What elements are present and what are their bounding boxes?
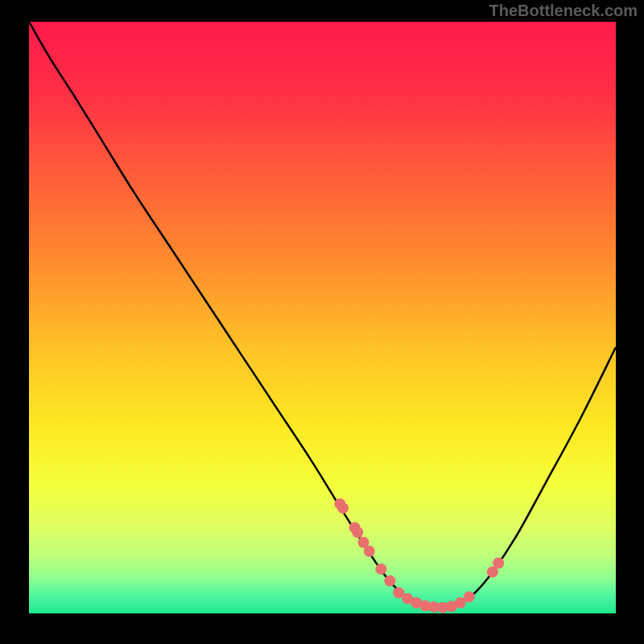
data-marker (464, 591, 475, 602)
data-marker (352, 526, 363, 538)
chart-svg (29, 22, 616, 613)
data-marker (375, 564, 386, 575)
data-markers (334, 498, 504, 613)
curve-line (29, 22, 616, 608)
data-marker (337, 502, 349, 514)
data-marker (364, 546, 375, 557)
watermark-text: TheBottleneck.com (489, 2, 638, 20)
data-marker (384, 576, 395, 587)
plot-area (29, 22, 616, 613)
data-marker (493, 558, 504, 569)
